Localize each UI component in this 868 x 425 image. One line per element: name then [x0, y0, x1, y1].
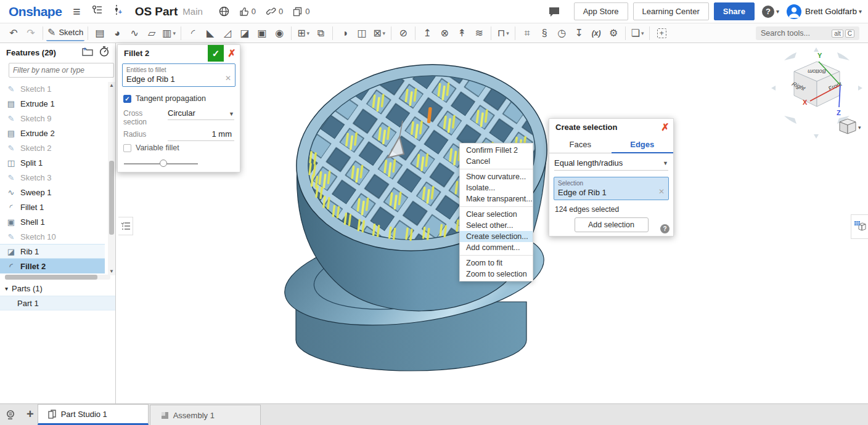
named-views-icon[interactable]: ❏▾: [629, 25, 646, 41]
menu-item[interactable]: Confirm Fillet 2: [460, 145, 533, 156]
import-icon[interactable]: ↧: [570, 25, 588, 41]
transform-icon[interactable]: ⊠▾: [371, 25, 388, 41]
sweep-icon[interactable]: ∿: [126, 25, 143, 41]
feature-item[interactable]: ▤Extrude 2: [0, 126, 105, 140]
move-face-icon[interactable]: ↥: [419, 25, 436, 41]
menu-item[interactable]: Zoom to fit: [460, 257, 533, 269]
comment-icon[interactable]: [548, 6, 560, 17]
chevron-down-icon[interactable]: ▾: [506, 30, 509, 36]
hscrollbar-thumb[interactable]: [5, 275, 97, 280]
selection-type-dropdown[interactable]: Equal length/radius ▼: [554, 158, 668, 171]
entities-to-fillet-field[interactable]: Entities to fillet Edge of Rib 1 ✕: [122, 63, 235, 87]
helix-icon[interactable]: §: [536, 25, 553, 41]
offset-surface-icon[interactable]: ≋: [470, 25, 488, 41]
chevron-down-icon[interactable]: ▾: [383, 30, 386, 36]
feature-item[interactable]: ✎Sketch 9: [0, 111, 105, 126]
feature-list-toggle[interactable]: [118, 217, 133, 235]
cross-section-dropdown[interactable]: Circular ▼: [168, 108, 234, 120]
sheet-metal-icon[interactable]: ⊓▾: [494, 25, 512, 41]
help-icon[interactable]: ?: [762, 6, 774, 18]
chevron-down-icon[interactable]: ▾: [307, 30, 310, 36]
search-tools-input[interactable]: Search tools... alt C: [756, 26, 859, 40]
feature-item[interactable]: ◪Rib 1: [0, 244, 105, 259]
feature-item[interactable]: ∿Sweep 1: [0, 185, 105, 200]
tangent-propagation-row[interactable]: ✓ Tangent propagation: [118, 92, 240, 105]
copies-counter[interactable]: 0: [293, 7, 309, 17]
view-mode-cube-icon[interactable]: [840, 119, 856, 134]
app-store-button[interactable]: App Store: [574, 2, 628, 20]
new-folder-icon[interactable]: +: [82, 47, 93, 59]
public-globe-icon[interactable]: [219, 6, 229, 17]
delete-face-icon[interactable]: ⊗: [436, 25, 453, 41]
main-menu-icon[interactable]: ≡: [73, 4, 80, 19]
versions-icon[interactable]: [92, 5, 103, 18]
rib-icon[interactable]: ◪: [236, 25, 253, 41]
clear-selection-icon[interactable]: ✕: [225, 74, 231, 83]
tab-assembly-1[interactable]: Assembly 1: [150, 405, 261, 425]
hole-icon[interactable]: ◉: [271, 25, 288, 41]
menu-item[interactable]: Select other...: [460, 220, 533, 231]
slider-knob[interactable]: [160, 160, 167, 167]
extract-surface-icon[interactable]: ↟: [453, 25, 470, 41]
create-selection-header[interactable]: Create selection ✗: [549, 119, 673, 136]
shell-icon[interactable]: ▣: [253, 25, 271, 41]
menu-item[interactable]: Make transparent...: [460, 193, 533, 204]
mate-connector-icon[interactable]: ⚙: [605, 25, 622, 41]
chevron-down-icon[interactable]: ▾: [173, 30, 176, 36]
links-counter[interactable]: 0: [266, 7, 283, 16]
features-horizontal-scrollbar[interactable]: [5, 275, 110, 280]
fillet-icon[interactable]: ◜: [184, 25, 202, 41]
select-region-icon[interactable]: +: [653, 25, 670, 41]
branch-name[interactable]: Main: [182, 6, 203, 17]
feature-item[interactable]: ✎Sketch 10: [0, 229, 105, 244]
manage-tabs-icon[interactable]: [6, 410, 18, 419]
scroll-up-icon[interactable]: ▲: [108, 82, 115, 89]
feature-item[interactable]: ▣Shell 1: [0, 214, 105, 229]
tab-part-studio-1[interactable]: Part Studio 1: [38, 404, 149, 425]
filter-input[interactable]: [9, 63, 114, 78]
avatar[interactable]: [787, 4, 801, 19]
revolve-icon[interactable]: ◕: [108, 25, 126, 41]
menu-item[interactable]: Show curvature...: [460, 171, 533, 182]
add-tab-icon[interactable]: +: [27, 407, 34, 421]
frame-icon[interactable]: ⌗: [518, 25, 536, 41]
clear-selection-icon[interactable]: ✕: [658, 187, 665, 196]
feature-item[interactable]: ✎Sketch 2: [0, 140, 105, 155]
delete-part-icon[interactable]: ⊘: [395, 25, 412, 41]
feature-item[interactable]: ✎Sketch 3: [0, 170, 105, 185]
fillet-dialog-header[interactable]: Fillet 2 ✓ ✗: [118, 45, 240, 62]
undo-icon[interactable]: ↶: [5, 25, 22, 41]
user-caret-icon[interactable]: ▾: [859, 8, 862, 15]
radius-input[interactable]: 1 mm: [168, 129, 234, 141]
feature-item[interactable]: ◜Fillet 2: [0, 259, 105, 273]
sketch-button[interactable]: ✎Sketch: [46, 25, 84, 41]
confirm-button[interactable]: ✓: [208, 45, 224, 62]
menu-item[interactable]: Zoom to selection: [460, 269, 533, 280]
part-item[interactable]: Part 1: [0, 296, 115, 310]
view-mode-caret-icon[interactable]: ▾: [858, 124, 861, 131]
share-button[interactable]: Share: [714, 2, 755, 20]
feature-item[interactable]: ▤Extrude 1: [0, 96, 105, 111]
chevron-down-icon[interactable]: ▾: [641, 30, 644, 36]
opacity-slider[interactable]: [124, 163, 198, 164]
onshape-logo[interactable]: Onshape: [9, 4, 62, 19]
selection-field[interactable]: Selection Edge of Rib 1 ✕: [554, 177, 669, 200]
menu-item[interactable]: Create selection...: [460, 231, 533, 242]
likes-counter[interactable]: 0: [239, 7, 256, 17]
redo-icon[interactable]: ↷: [22, 25, 39, 41]
loft-icon[interactable]: ▱: [143, 25, 160, 41]
draft-icon[interactable]: ◿: [219, 25, 236, 41]
mirror-icon[interactable]: ⧉: [312, 25, 329, 41]
tab-edges[interactable]: Edges: [612, 137, 674, 153]
parts-section-header[interactable]: ▾ Parts (1): [0, 281, 115, 296]
tangent-checkbox[interactable]: ✓: [123, 95, 131, 103]
view-cube[interactable]: Bottom Right Front Y X Z ▾: [771, 47, 863, 139]
tab-faces[interactable]: Faces: [549, 137, 612, 153]
follow-mode-icon[interactable]: +: [114, 4, 123, 18]
variable-fillet-row[interactable]: Variable fillet: [118, 141, 240, 155]
split-icon[interactable]: ◫: [353, 25, 371, 41]
rollback-timer-icon[interactable]: [99, 46, 109, 59]
help-caret-icon[interactable]: ▾: [776, 8, 779, 15]
document-title[interactable]: OS Part: [135, 5, 178, 18]
menu-item[interactable]: Clear selection: [460, 209, 533, 220]
